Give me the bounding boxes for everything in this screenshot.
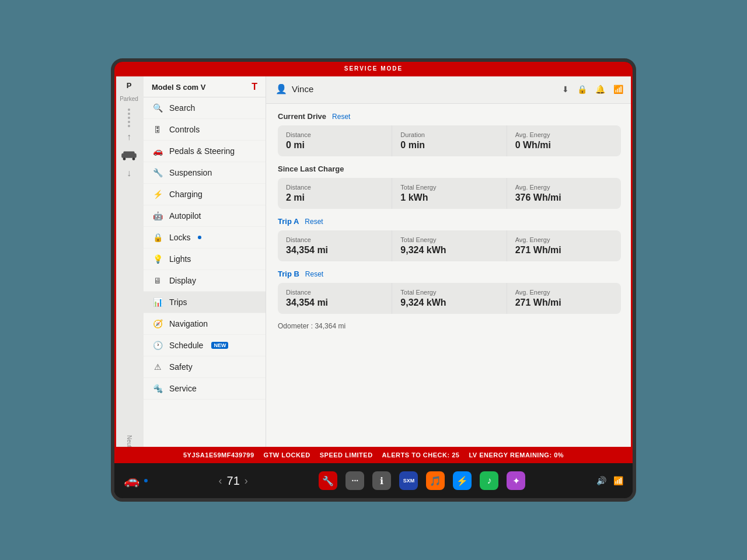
service-icon: 🔩 [152, 384, 163, 393]
alert-energy: LV ENERGY REMAINING: 0% [469, 452, 564, 459]
sidebar-item-controls[interactable]: 🎛Controls [144, 119, 266, 141]
sidebar-item-locks[interactable]: 🔒Locks [144, 227, 266, 249]
trip-a-energy-label: Total Energy [400, 236, 498, 243]
taskbar-left: 🚗 [124, 473, 148, 488]
alert-speed: SPEED LIMITED [320, 452, 373, 459]
trip-b-distance-label: Distance [286, 289, 383, 296]
dots-icon: ··· [352, 476, 359, 485]
alert-bar: 5YJSA1E59MF439799 GTW LOCKED SPEED LIMIT… [114, 447, 633, 463]
gear-up-arrow[interactable]: ↑ [127, 132, 131, 142]
app-info[interactable]: ℹ [372, 471, 391, 490]
trips-icon: 📊 [152, 298, 163, 307]
since-charge-distance-label: Distance [286, 184, 383, 191]
pedals-icon: 🚗 [152, 146, 163, 156]
sidebar-item-navigation[interactable]: 🧭Navigation [144, 313, 266, 335]
since-charge-energy-value: 1 kWh [400, 192, 498, 203]
sidebar-label-search: Search [169, 103, 195, 113]
sidebar-label-lights: Lights [169, 254, 191, 264]
volume-icon[interactable]: 🔊 [596, 476, 606, 485]
odometer-value: 34,364 mi [315, 322, 345, 330]
sidebar-item-trips[interactable]: 📊Trips [144, 292, 266, 313]
current-drive-duration-label: Duration [400, 131, 498, 138]
user-icon: 👤 [275, 83, 287, 94]
sidebar-item-safety[interactable]: ⚠Safety [144, 356, 266, 378]
sidebar-item-autopilot[interactable]: 🤖Autopilot [144, 205, 266, 227]
car-silhouette-icon [120, 149, 138, 161]
sidebar-item-schedule[interactable]: 🕐ScheduleNEW [144, 335, 266, 356]
sidebar-label-trips: Trips [169, 298, 187, 307]
sidebar-item-suspension[interactable]: 🔧Suspension [144, 162, 266, 184]
alert-vin: 5YJSA1E59MF439799 [183, 452, 254, 459]
info-icon: ℹ [380, 475, 383, 487]
current-drive-reset[interactable]: Reset [332, 113, 350, 121]
trip-a-card: Distance 34,354 mi Total Energy 9,324 kW… [278, 230, 621, 261]
sidebar-label-navigation: Navigation [169, 319, 208, 328]
sidebar-label-charging: Charging [169, 190, 203, 199]
trip-b-avg-cell: Avg. Energy 271 Wh/mi [507, 283, 621, 314]
trip-a-avg-label: Avg. Energy [515, 236, 613, 243]
since-charge-distance-cell: Distance 2 mi [278, 178, 392, 209]
trip-a-distance-value: 34,354 mi [286, 245, 383, 256]
sidebar-item-pedals[interactable]: 🚗Pedals & Steering [144, 141, 266, 162]
sidebar-label-schedule: Schedule [169, 341, 203, 350]
star-icon: ✦ [512, 475, 520, 487]
since-charge-avg-value: 376 Wh/mi [515, 192, 613, 203]
lock-header-icon: 🔒 [577, 85, 587, 94]
speed-arrow-right[interactable]: › [245, 475, 248, 487]
main-panel: 👤 Vince ⬇ 🔒 🔔 📶 Current Drive Reset [266, 75, 633, 463]
trip-a-energy-cell: Total Energy 9,324 kWh [392, 230, 507, 261]
app-bluetooth[interactable]: ⚡ [453, 471, 472, 490]
since-charge-distance-value: 2 mi [286, 192, 383, 203]
controls-icon: 🎛 [152, 125, 163, 134]
since-charge-avg-cell: Avg. Energy 376 Wh/mi [507, 178, 621, 209]
suspension-icon: 🔧 [152, 168, 163, 177]
trip-b-distance-cell: Distance 34,354 mi [278, 283, 392, 314]
tesla-screen: SERVICE MODE P Parked ↑ ↓ [111, 58, 636, 502]
audio-icon: 🎵 [430, 475, 441, 487]
app-star[interactable]: ✦ [507, 471, 525, 490]
sidebar-item-search[interactable]: 🔍Search [144, 97, 266, 119]
locks-dot-indicator [198, 236, 201, 239]
gear-park[interactable]: P [123, 79, 135, 92]
app-spotify[interactable]: ♪ [480, 471, 498, 490]
taskbar-center: ‹ 71 › [219, 474, 248, 488]
trip-a-avg-cell: Avg. Energy 271 Wh/mi [507, 230, 621, 261]
trip-a-title[interactable]: Trip A [278, 217, 299, 226]
spotify-icon: ♪ [487, 475, 491, 486]
sidebar-label-pedals: Pedals & Steering [169, 146, 235, 156]
sidebar-label-suspension: Suspension [169, 168, 212, 177]
sidebar-item-service[interactable]: 🔩Service [144, 378, 266, 400]
app-sxm[interactable]: SXM [399, 471, 418, 490]
gear-down-arrow[interactable]: ↓ [127, 168, 131, 178]
trip-b-avg-value: 271 Wh/mi [515, 298, 613, 308]
gear-column: P Parked ↑ ↓ Neutral [114, 75, 144, 463]
schedule-icon: 🕐 [152, 341, 163, 350]
current-drive-duration-cell: Duration 0 min [392, 125, 507, 156]
odometer-row: Odometer : 34,364 mi [278, 322, 621, 330]
locks-icon: 🔒 [152, 233, 163, 242]
trip-a-reset[interactable]: Reset [305, 218, 323, 226]
trip-a-header: Trip A Reset [278, 217, 621, 226]
sidebar-item-charging[interactable]: ⚡Charging [144, 184, 266, 205]
trip-b-reset[interactable]: Reset [305, 270, 323, 278]
taskbar-dot [144, 479, 148, 482]
sidebar-item-display[interactable]: 🖥Display [144, 270, 266, 292]
trip-b-energy-value: 9,324 kWh [400, 298, 498, 308]
app-more[interactable]: ··· [345, 471, 364, 490]
sidebar-item-lights[interactable]: 💡Lights [144, 249, 266, 270]
app-wrench[interactable]: 🔧 [319, 471, 337, 490]
main-content: P Parked ↑ ↓ Neutral Model [114, 75, 633, 463]
bluetooth-icon: ⚡ [456, 475, 468, 487]
header-bar: 👤 Vince ⬇ 🔒 🔔 📶 [266, 75, 633, 104]
current-drive-distance-label: Distance [286, 131, 383, 138]
app-audio[interactable]: 🎵 [426, 471, 445, 490]
user-name: Vince [292, 84, 313, 94]
trip-a-distance-label: Distance [286, 236, 383, 243]
signal-icon: 📶 [613, 476, 623, 485]
current-drive-distance-value: 0 mi [286, 140, 383, 150]
notification-icon: 🔔 [595, 85, 605, 94]
current-drive-distance-cell: Distance 0 mi [278, 125, 392, 156]
speed-arrow-left[interactable]: ‹ [219, 475, 222, 487]
taskbar-car-icon[interactable]: 🚗 [124, 473, 139, 488]
trip-b-title[interactable]: Trip B [278, 270, 299, 278]
